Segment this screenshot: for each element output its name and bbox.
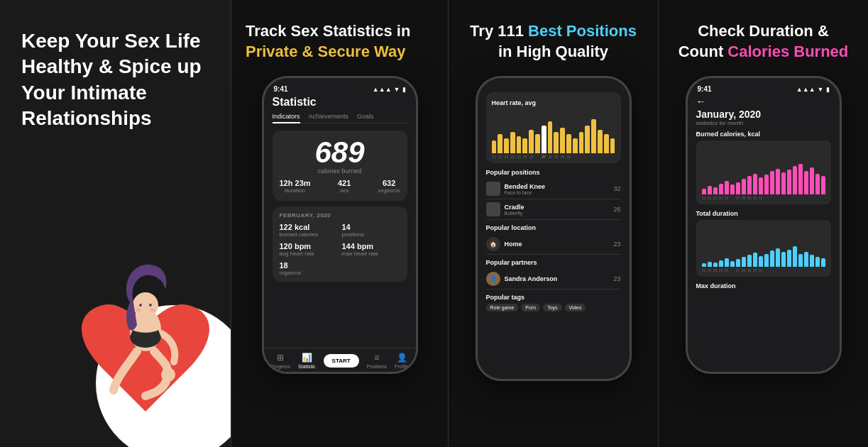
max-hr-stat: 144 bpm max heart rate bbox=[342, 242, 400, 257]
position-1: Bended Knee Face to face 32 bbox=[486, 179, 621, 199]
popular-tags: Popular tags Role game Porn Toys Video bbox=[486, 294, 621, 311]
calories-bars bbox=[702, 145, 825, 194]
max-hr-lbl: max heart rate bbox=[342, 250, 400, 257]
panel4-headline: Check Duration & Count Calories Burned bbox=[679, 21, 849, 62]
panel3-headline: Try 111 Best Positions in High Quality bbox=[470, 21, 637, 62]
profile-icon: 👤 bbox=[397, 353, 407, 363]
status-icons-2: ▲▲▲ ▼ ▮ bbox=[373, 86, 406, 93]
stat-sex: 421 sex bbox=[338, 179, 351, 194]
positions-lbl: positions bbox=[342, 231, 400, 238]
location-left: 🏠 Home bbox=[486, 237, 522, 251]
svg-point-3 bbox=[139, 304, 142, 307]
svg-point-6 bbox=[150, 309, 155, 312]
signal-icon: ▲▲▲ bbox=[373, 86, 392, 93]
status-time-4: 9:41 bbox=[698, 85, 712, 93]
kcal-lbl: burned calories bbox=[280, 231, 338, 238]
battery-icon: ▮ bbox=[402, 86, 406, 93]
position-2-sub: Butterfly bbox=[505, 211, 524, 216]
stat-duration: 12h 23m duration bbox=[280, 179, 311, 194]
panel-3: Try 111 Best Positions in High Quality H… bbox=[448, 0, 658, 447]
nav-statistic-label: Statistic bbox=[298, 364, 316, 369]
big-number: 689 bbox=[280, 138, 400, 167]
phone-3-content: Heart rate, avg 212222222324252728293031… bbox=[478, 78, 630, 358]
notch-3 bbox=[529, 78, 578, 91]
nav-start-button[interactable]: START bbox=[324, 354, 359, 368]
phone-2-content: Statistic Indicators Achievements Goals … bbox=[264, 93, 416, 365]
progress-icon: ⊞ bbox=[277, 353, 284, 363]
position-1-info: Bended Knee Face to face bbox=[505, 183, 546, 195]
panel2-headline: Track Sex Statistics in Private & Secure… bbox=[246, 21, 434, 62]
position-2-left: Cradle Butterfly bbox=[486, 202, 524, 216]
headline-line1: Keep Your Sex Life bbox=[21, 30, 201, 52]
phone-nav-2: ⊞ Progress 📊 Statistic START ≡ Positions… bbox=[264, 348, 416, 372]
position-2-avatar bbox=[486, 202, 500, 216]
headline-line3: Your Intimate bbox=[21, 82, 147, 104]
chart-bars-3 bbox=[492, 111, 615, 153]
panel3-part1: Try 111 bbox=[470, 22, 528, 40]
panel-2: Track Sex Statistics in Private & Secure… bbox=[231, 0, 448, 447]
nav-progress-label: Progress bbox=[270, 364, 290, 369]
stat-tabs: Indicators Achievements Goals bbox=[273, 113, 407, 123]
nav-profile[interactable]: 👤 Profile bbox=[395, 353, 409, 369]
month-title: FEBRUARY, 2020 bbox=[280, 212, 400, 219]
tab-achievements[interactable]: Achievements bbox=[309, 113, 349, 120]
phone-4-content: ← January, 2020 statistics for month Bur… bbox=[688, 93, 840, 365]
panel4-part1: Check Duration & bbox=[698, 22, 829, 40]
month-display: January, 2020 bbox=[696, 109, 831, 120]
orgasms-lbl2: orgasms bbox=[280, 270, 400, 276]
partners-title: Popular partners bbox=[486, 259, 621, 266]
wifi-icon: ▼ bbox=[394, 86, 400, 93]
kcal-val: 122 kcal bbox=[280, 223, 338, 231]
orgasms-stat: 18 orgasms bbox=[280, 261, 400, 276]
avg-hr-val: 120 bpm bbox=[280, 242, 338, 250]
battery-icon-4: ▮ bbox=[826, 86, 830, 93]
location-title: Popular location bbox=[486, 224, 621, 231]
statistic-icon: 📊 bbox=[302, 353, 312, 363]
location-count: 23 bbox=[613, 241, 620, 248]
stat-orgasms-lbl: orgasms bbox=[378, 187, 400, 194]
duration-labels: 11222324252728293031 bbox=[702, 268, 825, 272]
location-home: 🏠 Home 23 bbox=[486, 234, 621, 255]
stat-orgasms: 632 orgasms bbox=[378, 179, 400, 194]
kcal-stat: 122 kcal burned calories bbox=[280, 223, 338, 238]
tags-title: Popular tags bbox=[486, 294, 621, 301]
nav-positions[interactable]: ≡ Positions bbox=[367, 353, 387, 369]
tag-porn: Porn bbox=[521, 304, 540, 311]
svg-point-1 bbox=[133, 292, 158, 318]
headline-line4: Relationships bbox=[21, 107, 152, 129]
popular-partners: Popular partners 👤 Sandra Anderson 23 bbox=[486, 259, 621, 289]
positions-icon: ≡ bbox=[374, 353, 379, 363]
phone-3: Heart rate, avg 212222222324252728293031… bbox=[476, 76, 632, 381]
partner-1-name: Sandra Anderson bbox=[505, 275, 558, 282]
nav-statistic[interactable]: 📊 Statistic bbox=[298, 353, 316, 369]
partner-1-count: 23 bbox=[613, 275, 620, 282]
calories-title: Burned calories, kcal bbox=[696, 131, 831, 138]
tag-toys: Toys bbox=[543, 304, 561, 311]
big-stat-card: 689 calories burned 12h 23m duration 421… bbox=[273, 131, 407, 201]
position-2-name: Cradle bbox=[505, 204, 524, 211]
month-sub: statistics for month bbox=[696, 120, 831, 126]
month-card: FEBRUARY, 2020 122 kcal burned calories … bbox=[273, 206, 407, 282]
status-icons-4: ▲▲▲ ▼ ▮ bbox=[796, 86, 830, 93]
tab-goals[interactable]: Goals bbox=[357, 113, 374, 120]
duration-chart: Total duration 11222324252728293031 bbox=[696, 210, 831, 277]
tag-rolegame: Role game bbox=[486, 304, 519, 311]
wifi-icon-4: ▼ bbox=[818, 86, 824, 93]
tag-video: Video bbox=[565, 304, 586, 311]
headline-line2: Healthy & Spice up bbox=[21, 55, 202, 77]
panel2-headline-text: Track Sex Statistics in bbox=[246, 22, 410, 40]
stat-orgasms-val: 632 bbox=[378, 179, 400, 187]
location-name: Home bbox=[505, 241, 522, 248]
back-button[interactable]: ← bbox=[696, 96, 831, 107]
position-2-count: 26 bbox=[613, 206, 620, 213]
big-label: calories burned bbox=[280, 167, 400, 175]
tab-indicators[interactable]: Indicators bbox=[273, 113, 300, 123]
nav-progress[interactable]: ⊞ Progress bbox=[270, 353, 290, 369]
notch-2 bbox=[315, 78, 365, 91]
calories-chart-bg: 11222324252728293031 bbox=[696, 140, 831, 204]
orgasms-val2: 18 bbox=[280, 261, 400, 270]
position-1-count: 32 bbox=[613, 185, 620, 192]
home-icon-circle: 🏠 bbox=[486, 237, 500, 251]
svg-point-4 bbox=[149, 304, 152, 307]
position-1-avatar bbox=[486, 182, 500, 196]
